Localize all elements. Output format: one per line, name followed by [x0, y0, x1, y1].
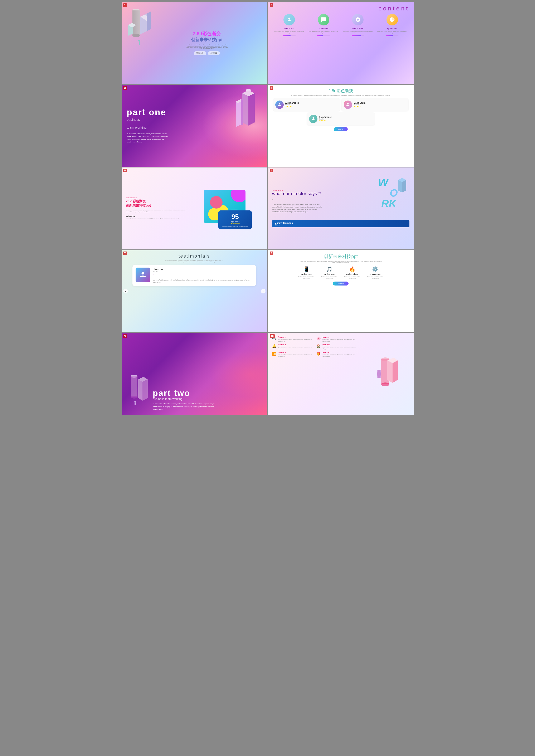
- feature-text-right-1: feature 1 quis nostrud exerci tation ull…: [323, 336, 359, 342]
- testimonial-card: claudia director " ul enim ad minim veni…: [132, 265, 256, 286]
- slide-4: 4 2.5d彩色渐变 ut wisi enim ad minim veniam,…: [268, 85, 414, 167]
- slide-number-4: 4: [270, 86, 273, 90]
- option-two-title: option two: [319, 28, 328, 30]
- feature-text-left-3: feature 3 quis nostrud exerci tation ull…: [278, 351, 315, 357]
- slide-number-10: 10: [270, 334, 275, 338]
- icon-person: [283, 14, 295, 25]
- svg-marker-17: [241, 99, 243, 126]
- slide-3-building: [230, 89, 261, 133]
- option-one-bar: [283, 35, 296, 36]
- view-all-button[interactable]: view all: [334, 127, 348, 131]
- person-role-ray: Director: [319, 118, 332, 120]
- prev-arrow-icon[interactable]: ‹: [123, 289, 128, 294]
- project-one: 📱 Project One Ut wisi enim ad minim veni…: [297, 266, 316, 279]
- feature-icon-left-2: 🔔: [272, 344, 276, 348]
- feature-right-3: 🎁 feature 3 quis nostrud exerci tation u…: [317, 351, 359, 357]
- feature-text-left-1: feature 1 quis nostrud exerci tation ull…: [278, 336, 315, 342]
- slide-2-icons: [272, 14, 409, 25]
- stars-alex: ★★★★☆: [285, 105, 299, 107]
- option-one-title: option one: [285, 28, 294, 30]
- slide-8-content: 创新未来科技ppt ut wisi enim ad minim veniam, …: [268, 250, 414, 332]
- rating-quote: "Ut wisi enim ad minim veniam, quis nost…: [222, 226, 248, 227]
- slide-7-content: testimonials ut wisi enim ad minim venia…: [122, 250, 267, 332]
- slide-3: 3 part one business team working ut wisi…: [122, 85, 267, 167]
- slide-number-6: 6: [270, 169, 273, 172]
- work-art-container: W O RK: [377, 170, 410, 249]
- slide-10-middle: 🌸 feature 1 quis nostrud exerci tation u…: [317, 336, 359, 412]
- next-arrow-icon[interactable]: ›: [261, 289, 266, 294]
- svg-rect-2: [132, 11, 140, 36]
- person-info-maria: Maria Laura Director ★★★★☆: [354, 102, 365, 107]
- rating-card: 95 High Rating ★★★★★ "Ut wisi enim ad mi…: [218, 210, 252, 229]
- avatar-ray: [309, 115, 318, 123]
- testimonial-name: claudia: [153, 267, 253, 271]
- project-four: ⚙️ Project Four Ut wisi enim ad minim ve…: [366, 266, 385, 279]
- svg-marker-42: [393, 360, 398, 383]
- avatar-alex: [275, 100, 284, 109]
- slide-number-1: 1: [123, 3, 127, 7]
- option-four-title: option four: [387, 28, 397, 30]
- person-name-ray: Ray Jimenez: [319, 116, 332, 118]
- feature-icon-right-3: 🎁: [317, 352, 321, 356]
- feature-name-left-1: feature 1: [278, 336, 315, 338]
- iso-building-svg-1: [124, 4, 153, 50]
- slide-10-building: [371, 353, 400, 395]
- slide-8-title: 创新未来科技ppt: [324, 253, 358, 260]
- feature-desc-left-1: quis nostrud exerci tation ullamcorper s…: [278, 339, 315, 342]
- slide-10: 10 💬 feature 1 quis nostrud exerci tatio…: [268, 333, 414, 415]
- svg-point-11: [288, 17, 290, 19]
- project-icon-two: 🎵: [326, 266, 332, 272]
- svg-rect-30: [131, 376, 137, 397]
- feature-left-2: 🔔 feature 2 quis nostrud exerci tation u…: [272, 344, 315, 350]
- slide-1-content: 2.5d彩色渐变 创新未来科技ppt creative living add a…: [147, 2, 267, 84]
- svg-rect-44: [377, 370, 380, 378]
- icon-chart: [386, 14, 398, 25]
- project-desc-four: Ut wisi enim ad minim veniam, quis nostr…: [366, 276, 385, 279]
- order-now-button[interactable]: order now: [333, 282, 349, 286]
- slide-9-overlay: [180, 333, 267, 415]
- feature-text-left-2: feature 2 quis nostrud exerci tation ull…: [278, 344, 315, 350]
- svg-marker-33: [138, 379, 142, 401]
- badge-date: 2030.12: [208, 51, 220, 55]
- next-arrow[interactable]: ›: [261, 289, 266, 294]
- slide-2: 2 content: [268, 2, 414, 84]
- project-name-two: Project Two: [324, 273, 334, 275]
- slide-8: 8 创新未来科技ppt ut wisi enim ad minim veniam…: [268, 250, 414, 332]
- svg-text:O: O: [390, 187, 398, 199]
- slide-5-right: 95 High Rating ★★★★★ "Ut wisi enim ad mi…: [191, 171, 263, 246]
- slide-2-content: content: [268, 2, 414, 84]
- feature-icon-right-1: 🌸: [317, 337, 321, 341]
- feature-desc-left-2: quis nostrud exerci tation ullamcorper s…: [278, 346, 315, 350]
- features-left-col: 💬 feature 1 quis nostrud exerci tation u…: [272, 336, 315, 357]
- person-info-ray: Ray Jimenez Director ★★★★☆: [319, 116, 332, 122]
- svg-rect-10: [139, 42, 140, 45]
- slide-4-desc: ut wisi enim ad minim veniam, quis nostr…: [273, 95, 408, 96]
- slide-7: 7 testimonials ut wisi enim ad minim ven…: [122, 250, 267, 332]
- rating-label: High Rating: [222, 221, 248, 223]
- slide-1-desc: creative living add another half! bring …: [186, 44, 228, 49]
- prev-arrow[interactable]: ‹: [123, 289, 128, 294]
- projects-row: 📱 Project One Ut wisi enim ad minim veni…: [297, 266, 385, 279]
- option-two: option two lorem ipsum dolor sit amet, c…: [308, 28, 339, 81]
- feature-left-1: 💬 feature 1 quis nostrud exerci tation u…: [272, 336, 315, 342]
- quote-icon: ": [153, 274, 253, 278]
- slide-5: 5 creative business 2.5d彩色渐变 创新未来科技ppt u…: [122, 167, 267, 249]
- feature-desc-right-3: quis nostrud exerci tation ullamcorper s…: [323, 354, 359, 357]
- slide-9: 9 part two business team working ut wisi…: [122, 333, 267, 415]
- project-desc-one: Ut wisi enim ad minim veniam, quis nostr…: [297, 276, 316, 279]
- svg-point-35: [134, 401, 136, 403]
- slide-8-desc: ut wisi enim ad minim veniam, quis nostr…: [299, 261, 382, 263]
- person-role-maria: Director: [354, 104, 365, 105]
- slide-5-art: 95 High Rating ★★★★★ "Ut wisi enim ad mi…: [204, 190, 250, 227]
- slide-number-5: 5: [123, 169, 127, 172]
- option-four: option four lorem ipsum dolor sit amet, …: [377, 28, 408, 81]
- project-desc-three: Ut wisi enim ad minim veniam, quis nostr…: [343, 276, 362, 279]
- features-right-col: 🌸 feature 1 quis nostrud exerci tation u…: [317, 336, 359, 357]
- option-four-text: lorem ipsum dolor sit amet, consectetur …: [377, 30, 408, 34]
- svg-marker-6: [147, 12, 151, 31]
- feature-desc-left-3: quis nostrud exerci tation ullamcorper s…: [278, 354, 315, 357]
- feature-desc-right-2: quis nostrud exerci tation ullamcorper s…: [323, 346, 359, 350]
- project-three: 🔥 Project Three Ut wisi enim ad minim ve…: [343, 266, 362, 279]
- svg-point-19: [279, 103, 280, 104]
- work-svg: W O RK: [377, 170, 410, 211]
